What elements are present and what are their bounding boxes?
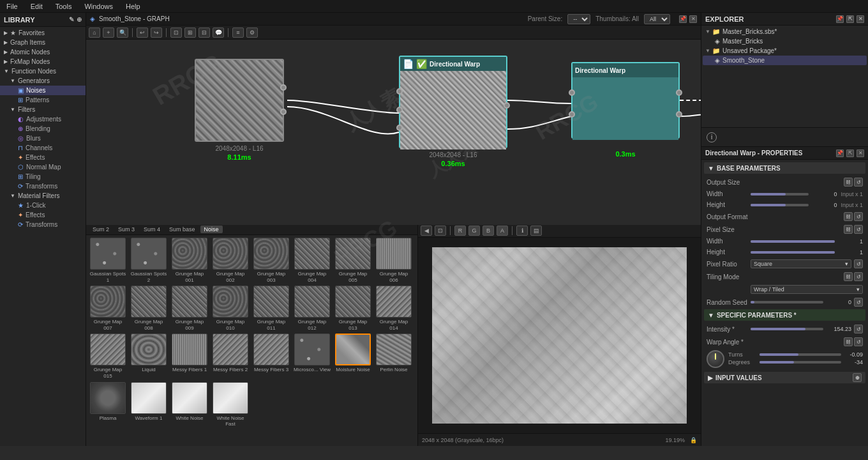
graph-node-2[interactable]: 📄 ✅ Directional Warp 2048x2048 - L16 0.3… <box>399 56 507 148</box>
lib-item-blending[interactable]: ⊕ Blending <box>0 124 86 134</box>
section-atomic-nodes[interactable]: ▶ Atomic Nodes <box>0 47 86 57</box>
lib-grid-item[interactable]: Messy Fibers 1 <box>170 334 209 379</box>
view-2d-tb-fit[interactable]: ⊡ <box>435 226 446 236</box>
graph-canvas[interactable]: 2048x2048 - L16 8.11ms 📄 ✅ Directional W… <box>86 40 701 225</box>
graph-tb-grid[interactable]: ⊞ <box>184 27 196 38</box>
menu-tools[interactable]: Tools <box>53 3 75 10</box>
warp-angle-dial[interactable] <box>707 350 724 368</box>
lib-item-adjustments[interactable]: ◐ Adjustments <box>0 114 86 124</box>
node2-port-left-3[interactable] <box>396 125 403 131</box>
lib-grid-item[interactable]: Grunge Map 012 <box>293 286 331 331</box>
graph-tb-add[interactable]: + <box>103 27 114 38</box>
node1-port-right-1[interactable] <box>280 84 287 91</box>
output-size-link-btn[interactable]: ⛓ <box>844 178 853 187</box>
ps-height-slider[interactable] <box>751 251 835 254</box>
explorer-tree-item[interactable]: ▼ 📁 Master_Bricks.sbs* <box>703 27 867 36</box>
section-generators[interactable]: ▼ Generators <box>0 76 86 86</box>
section-favorites[interactable]: ▶ ★ Favorites <box>0 28 86 38</box>
ps-width-slider[interactable] <box>751 240 835 243</box>
node1-port-right-2[interactable] <box>280 109 287 115</box>
new-icon[interactable]: ✎ <box>69 16 74 23</box>
explorer-tree-item[interactable]: ◈ Smooth_Stone <box>703 56 867 65</box>
graph-tb-fit[interactable]: ⊡ <box>170 27 182 38</box>
lib-grid-item[interactable]: Grunge Map 015 <box>89 334 127 379</box>
lib-grid-item[interactable]: Moisture Noise <box>334 334 372 379</box>
input-values-action-btn[interactable]: ⊕ <box>853 373 862 382</box>
lib-grid-item[interactable]: Grunge Map 010 <box>211 286 250 331</box>
graph-node-3[interactable]: Directional Warp 0.3ms <box>571 62 680 139</box>
lib-item-channels[interactable]: ⊓ Channels <box>0 143 86 153</box>
graph-tb-frame[interactable]: ⊟ <box>198 27 210 38</box>
random-seed-reset-btn[interactable]: ↺ <box>854 298 863 307</box>
input-values-header[interactable]: ▶ INPUT VALUES ⊕ <box>704 372 865 383</box>
lib-grid-item[interactable]: Grunge Map 005 <box>334 238 372 283</box>
graph-tb-undo[interactable]: ↩ <box>137 27 148 38</box>
tiling-mode-dropdown[interactable]: Wrap / Tiled ▾ <box>751 285 863 294</box>
props-close-btn[interactable]: ✕ <box>857 150 864 157</box>
warp-angle-reset-btn[interactable]: ↺ <box>854 337 863 346</box>
lib-grid-item[interactable]: Waveform 1 <box>130 382 168 427</box>
section-filters[interactable]: ▼ Filters <box>0 105 86 114</box>
lib-item-patterns[interactable]: ⊞ Patterns <box>0 95 86 105</box>
lib-grid-item[interactable]: Grunge Map 011 <box>252 286 290 331</box>
graph-tb-home[interactable]: ⌂ <box>89 27 100 38</box>
lib-item-noises[interactable]: ▣ Noises <box>0 86 86 95</box>
section-material-filters[interactable]: ▼ Material Filters <box>0 191 86 201</box>
lib-tab-sum3[interactable]: Sum 3 <box>114 226 138 233</box>
explorer-close-btn[interactable]: ✕ <box>857 15 864 23</box>
graph-tb-align[interactable]: ≡ <box>232 27 244 38</box>
lib-item-tiling[interactable]: ⊞ Tiling <box>0 172 86 181</box>
node2-port-right-1[interactable] <box>504 102 510 109</box>
graph-pin-btn[interactable]: 📌 <box>679 15 687 23</box>
lib-grid-item[interactable]: Grunge Map 006 <box>375 238 413 283</box>
specific-params-header[interactable]: ▼ SPECIFIC PARAMETERS * <box>704 309 865 321</box>
base-params-header[interactable]: ▼ BASE PARAMETERS <box>704 162 865 174</box>
menu-windows[interactable]: Windows <box>82 3 116 10</box>
tiling-mode-reset-btn[interactable]: ↺ <box>854 272 863 281</box>
output-width-slider[interactable] <box>751 193 809 195</box>
output-format-reset-btn[interactable]: ↺ <box>854 212 863 221</box>
view-2d-tb-r[interactable]: R <box>454 226 466 236</box>
output-height-slider[interactable] <box>751 204 809 206</box>
explorer-tree-item[interactable]: ▼ 📁 Unsaved Package* <box>703 46 867 56</box>
node2-port-left-2[interactable] <box>396 107 403 113</box>
section-fxmap-nodes[interactable]: ▶ FxMap Nodes <box>0 57 86 66</box>
lib-grid-item[interactable]: Grunge Map 007 <box>89 286 127 331</box>
graph-tb-redo[interactable]: ↪ <box>151 27 162 38</box>
view-2d-content[interactable]: RRCG 人人素材 <box>418 238 701 433</box>
lib-grid-item[interactable]: Grunge Map 001 <box>170 238 209 283</box>
node3-port-right-2[interactable] <box>676 111 682 118</box>
lib-item-normal-map[interactable]: ⬡ Normal Map <box>0 162 86 172</box>
view-2d-tb-a[interactable]: A <box>497 226 508 236</box>
lib-tab-noise[interactable]: Noise <box>200 226 223 233</box>
info-icon-circle[interactable]: i <box>707 132 717 142</box>
lib-tab-sum4[interactable]: Sum 4 <box>140 226 164 233</box>
lib-grid-item[interactable]: Grunge Map 002 <box>211 238 250 283</box>
lib-grid-item[interactable]: Grunge Map 014 <box>375 286 413 331</box>
output-size-reset-btn[interactable]: ↺ <box>854 178 863 187</box>
turns-slider[interactable] <box>760 353 841 356</box>
section-function-nodes[interactable]: ▼ Function Nodes <box>0 66 86 76</box>
menu-file[interactable]: File <box>4 3 20 10</box>
tiling-mode-link-btn[interactable]: ⛓ <box>844 272 853 281</box>
degrees-slider[interactable] <box>760 361 841 364</box>
lib-grid-item[interactable]: Gaussian Spots 1 <box>89 238 127 283</box>
section-graph-items[interactable]: ▶ Graph Items <box>0 38 86 47</box>
lib-item-transforms[interactable]: ⟳ Transforms <box>0 181 86 191</box>
node3-port-left-1[interactable] <box>569 89 575 96</box>
pixel-ratio-reset-btn[interactable]: ↺ <box>854 259 863 268</box>
lib-grid-item[interactable]: Perlin Noise <box>375 334 413 379</box>
view-2d-tb-b[interactable]: B <box>483 226 494 236</box>
node3-port-right-1[interactable] <box>676 89 682 96</box>
parent-size-dropdown[interactable]: -- <box>567 14 590 24</box>
menu-help[interactable]: Help <box>123 3 143 10</box>
lib-item-effects[interactable]: ✦ Effects <box>0 153 86 162</box>
graph-tb-search[interactable]: 🔍 <box>117 27 128 38</box>
random-seed-slider[interactable] <box>751 301 823 303</box>
lock-icon[interactable]: 🔒 <box>690 437 697 443</box>
lib-tab-sum2[interactable]: Sum 2 <box>89 226 113 233</box>
view-2d-tb-histogram[interactable]: ▤ <box>530 226 542 236</box>
thumbnails-dropdown[interactable]: All <box>644 14 670 24</box>
lib-grid-item[interactable]: Grunge Map 008 <box>130 286 168 331</box>
lib-grid-item[interactable]: Plasma <box>89 382 127 427</box>
